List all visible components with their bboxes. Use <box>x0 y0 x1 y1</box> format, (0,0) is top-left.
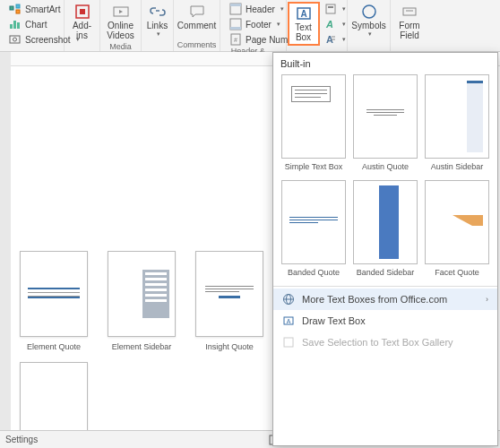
ribbon-group-text: A Text Box ▾ A▾ A▾ <box>287 0 348 51</box>
links-button[interactable]: Links ▾ <box>143 2 172 39</box>
header-label: Header <box>246 4 275 14</box>
smartart-icon <box>9 3 22 15</box>
svg-rect-3 <box>10 24 13 29</box>
video-icon <box>113 4 129 20</box>
gallery-item-insight-quote[interactable]: Insight Quote <box>194 251 265 351</box>
draw-text-box-button[interactable]: A Draw Text Box <box>273 310 497 332</box>
svg-text:A: A <box>287 318 291 324</box>
media-group-label: Media <box>109 42 132 51</box>
dd-thumb <box>353 74 418 159</box>
dd-label: Austin Sidebar <box>431 162 484 171</box>
caret-icon: ▾ <box>342 21 346 28</box>
svg-rect-6 <box>10 36 20 43</box>
chevron-right-icon: › <box>486 295 488 304</box>
comment-icon <box>189 4 205 20</box>
form-field-icon <box>401 4 418 20</box>
dd-label: Banded Quote <box>288 268 340 277</box>
dd-item-banded-sidebar[interactable]: Banded Sidebar <box>352 180 418 282</box>
screenshot-icon <box>9 33 22 46</box>
separator <box>273 286 497 287</box>
svg-rect-21 <box>328 6 333 8</box>
svg-rect-15 <box>230 27 241 30</box>
dd-thumb <box>281 180 346 264</box>
online-videos-button[interactable]: Online Videos <box>103 2 137 42</box>
wordart-icon: A <box>324 18 337 30</box>
thumb <box>20 251 88 337</box>
dd-item-simple-text-box[interactable]: Simple Text Box <box>280 74 347 177</box>
svg-rect-1 <box>16 4 20 8</box>
addins-icon <box>74 4 91 20</box>
footer-label: Footer <box>246 20 272 30</box>
dd-item-austin-sidebar[interactable]: Austin Sidebar <box>424 74 490 177</box>
ribbon-group-illustrations: SmartArt Chart Screenshot ▾ <box>0 0 65 51</box>
text-box-button[interactable]: A Text Box <box>288 2 320 46</box>
svg-point-26 <box>363 5 375 18</box>
dd-label: Austin Quote <box>362 162 409 171</box>
dd-thumb <box>353 180 418 264</box>
ribbon: SmartArt Chart Screenshot ▾ Add- ins Onl… <box>0 0 500 52</box>
drop-cap-icon: A <box>324 33 337 46</box>
svg-rect-9 <box>80 9 85 14</box>
svg-rect-13 <box>230 4 241 6</box>
online-videos-label: Online Videos <box>107 21 134 40</box>
addins-label: Add- ins <box>73 21 91 40</box>
ribbon-group-symbols: Symbols ▾ <box>348 0 391 51</box>
settings-button[interactable]: Settings <box>5 435 38 444</box>
ribbon-group-addins: Add- ins <box>65 0 100 51</box>
svg-rect-20 <box>326 4 335 13</box>
chart-label: Chart <box>25 20 47 30</box>
form-field-label: Form Field <box>399 21 419 40</box>
form-field-button[interactable]: Form Field <box>395 2 424 42</box>
link-icon <box>150 4 166 20</box>
quick-parts-button[interactable]: ▾ <box>323 2 347 16</box>
wordart-button[interactable]: A▾ <box>323 17 347 31</box>
svg-point-7 <box>13 38 17 41</box>
comments-group-label: Comments <box>177 40 217 49</box>
dd-thumb <box>425 74 489 159</box>
addins-button[interactable]: Add- ins <box>68 2 97 42</box>
dd-label: Banded Sidebar <box>357 268 415 277</box>
ribbon-group-media: Online Videos Media <box>100 0 142 51</box>
globe-icon <box>282 293 295 306</box>
left-gallery: Element Quote Element Sidebar Insight Qu… <box>18 251 265 448</box>
dropdown-section-label: Built-in <box>273 53 497 73</box>
symbols-button[interactable]: Symbols ▾ <box>348 2 389 39</box>
svg-rect-2 <box>16 10 20 13</box>
svg-text:#: # <box>234 37 237 43</box>
dd-item-austin-quote[interactable]: Austin Quote <box>352 74 418 177</box>
text-box-dropdown: Built-in Simple Text Box Austin Quote Au… <box>272 52 498 446</box>
chart-button[interactable]: Chart <box>5 17 50 31</box>
footer-button[interactable]: Footer▾ <box>226 17 284 31</box>
dd-item-banded-quote[interactable]: Banded Quote <box>280 180 347 282</box>
drop-cap-button[interactable]: A▾ <box>323 32 347 47</box>
screenshot-label: Screenshot <box>25 35 71 45</box>
gallery-item-element-quote[interactable]: Element Quote <box>18 251 90 351</box>
comment-button[interactable]: Comment <box>174 2 220 32</box>
text-box-icon: A <box>296 5 312 22</box>
header-button[interactable]: Header▾ <box>226 2 288 16</box>
omega-icon <box>361 4 377 20</box>
svg-text:A: A <box>325 19 333 30</box>
caret-icon: ▾ <box>280 5 284 13</box>
dropdown-gallery: Simple Text Box Austin Quote Austin Side… <box>273 73 497 284</box>
save-selection-label: Save Selection to Text Box Gallery <box>302 337 453 348</box>
dd-item-facet-quote[interactable]: Facet Quote <box>424 180 490 282</box>
ribbon-group-comments: Comment Comments <box>174 0 220 51</box>
caret-icon: ▾ <box>368 30 372 38</box>
quick-parts-icon <box>324 3 337 15</box>
svg-rect-27 <box>403 8 416 15</box>
thumb <box>195 251 263 337</box>
caret-icon: ▾ <box>342 36 346 43</box>
gallery-item-element-sidebar[interactable]: Element Sidebar <box>106 251 177 351</box>
page-number-icon: # <box>229 33 242 46</box>
ribbon-group-links: Links ▾ <box>142 0 174 51</box>
smartart-label: SmartArt <box>25 4 60 14</box>
more-text-boxes-label: More Text Boxes from Office.com <box>302 294 447 305</box>
caret-icon: ▾ <box>277 21 280 28</box>
text-box-label: Text Box <box>295 22 311 42</box>
more-text-boxes-button[interactable]: More Text Boxes from Office.com › <box>273 289 497 310</box>
thumb-label: Element Quote <box>27 342 81 351</box>
smartart-button[interactable]: SmartArt <box>5 2 64 16</box>
svg-marker-11 <box>119 10 123 13</box>
comment-label: Comment <box>177 21 216 30</box>
